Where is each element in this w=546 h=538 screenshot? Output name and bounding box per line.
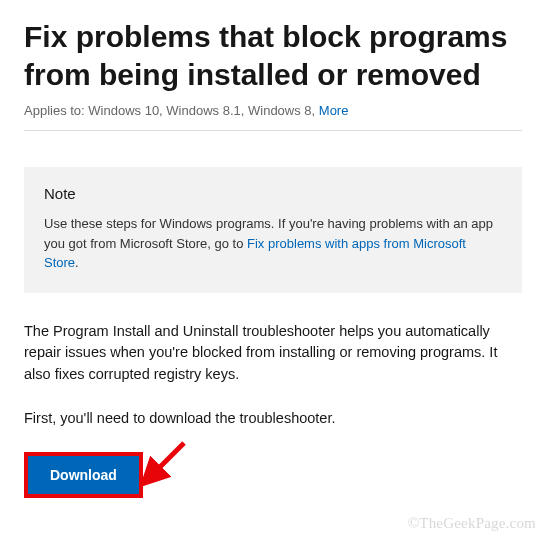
watermark: ©TheGeekPage.com [408,515,536,532]
note-text-suffix: . [75,255,79,270]
body-paragraph-1: The Program Install and Uninstall troubl… [24,321,522,386]
note-box: Note Use these steps for Windows program… [24,167,522,293]
download-highlight-box: Download [24,452,143,499]
more-link[interactable]: More [319,103,349,118]
body-paragraph-2: First, you'll need to download the troub… [24,408,522,430]
svg-line-1 [152,443,184,475]
applies-to-text: Applies to: Windows 10, Windows 8.1, Win… [24,103,319,118]
annotation-arrow-icon [142,437,192,487]
note-heading: Note [44,185,502,202]
note-text: Use these steps for Windows programs. If… [44,214,502,273]
page-title: Fix problems that block programs from be… [24,18,522,93]
download-button[interactable]: Download [28,456,139,495]
applies-to-line: Applies to: Windows 10, Windows 8.1, Win… [24,103,522,131]
